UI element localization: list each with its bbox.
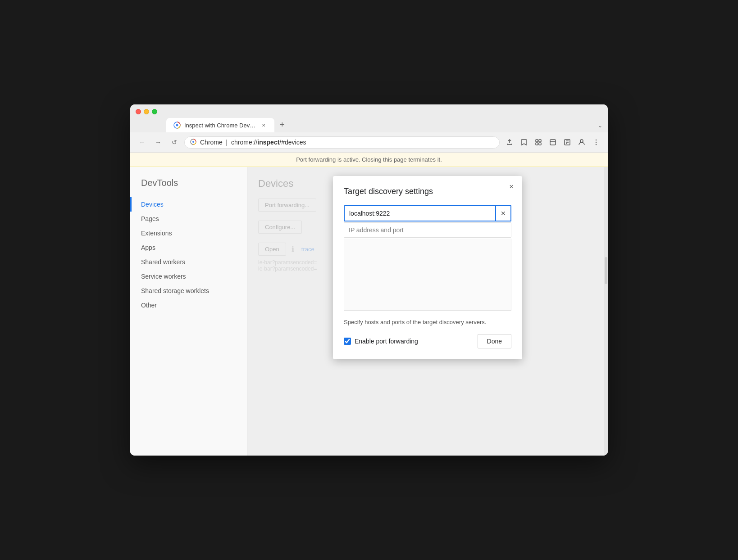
modal-overlay: × Target discovery settings ✕ [247,167,608,456]
tab-close-icon[interactable]: ✕ [260,122,267,129]
devtools-icon[interactable] [547,136,559,149]
browser-window: Inspect with Chrome Develope... ✕ + ⌄ ← … [130,104,608,456]
sidebar-item-shared-storage-worklets[interactable]: Shared storage worklets [130,284,247,298]
svg-rect-5 [539,140,541,142]
sidebar-item-other[interactable]: Other [130,298,247,312]
done-button[interactable]: Done [478,334,511,348]
input-clear-button[interactable]: ✕ [496,205,511,221]
more-menu-icon[interactable] [590,136,602,149]
minimize-button[interactable] [144,109,149,114]
maximize-button[interactable] [152,109,157,114]
address-bar: ← → ↺ Chrome | chrome://inspect/#devices [130,132,608,153]
extensions-icon[interactable] [532,136,545,149]
enable-forwarding-text: Enable port forwarding [355,338,418,345]
back-button[interactable]: ← [136,136,148,149]
reading-mode-icon[interactable] [561,136,574,149]
site-icon [190,139,196,146]
tab-overflow-icon[interactable]: ⌄ [592,119,608,132]
modal-hint: Specify hosts and ports of the target di… [344,318,511,327]
svg-rect-4 [536,140,538,142]
content-area: Devices Port forwarding... Configure... … [247,167,608,456]
address-input-wrapper[interactable]: Chrome | chrome://inspect/#devices [184,136,500,149]
svg-point-15 [596,140,597,140]
sidebar: DevTools Devices Pages Extensions Apps S… [130,167,247,456]
info-banner-text: Port forwarding is active. Closing this … [296,156,442,163]
sidebar-item-shared-workers[interactable]: Shared workers [130,255,247,269]
svg-rect-8 [550,140,556,145]
svg-rect-6 [536,143,538,145]
svg-point-3 [192,141,194,143]
enable-forwarding-checkbox[interactable] [344,338,351,345]
target-discovery-modal: × Target discovery settings ✕ [333,176,522,359]
modal-list-area [344,239,511,311]
enable-forwarding-label[interactable]: Enable port forwarding [344,338,472,345]
svg-point-1 [176,124,178,126]
svg-point-14 [580,140,583,142]
sidebar-item-devices[interactable]: Devices [130,197,247,212]
sidebar-title: DevTools [130,178,247,197]
modal-footer: Enable port forwarding Done [344,334,511,348]
forward-button[interactable]: → [152,136,164,149]
active-tab[interactable]: Inspect with Chrome Develope... ✕ [166,118,274,132]
sidebar-item-pages[interactable]: Pages [130,212,247,226]
main-content: DevTools Devices Pages Extensions Apps S… [130,167,608,456]
modal-input-row: ✕ [344,205,511,221]
tab-title: Inspect with Chrome Develope... [184,122,256,129]
sidebar-item-extensions[interactable]: Extensions [130,226,247,240]
sidebar-item-apps[interactable]: Apps [130,240,247,255]
toolbar-icons [503,136,602,149]
profile-icon[interactable] [575,136,588,149]
sidebar-item-service-workers[interactable]: Service workers [130,269,247,284]
new-tab-button[interactable]: + [274,117,290,132]
title-bar: Inspect with Chrome Develope... ✕ + ⌄ [130,104,608,132]
share-icon[interactable] [503,136,516,149]
modal-title: Target discovery settings [344,187,511,196]
tab-favicon [173,122,181,129]
address-text: Chrome | chrome://inspect/#devices [200,139,494,146]
traffic-lights [136,109,157,114]
svg-point-17 [596,144,597,145]
modal-close-button[interactable]: × [506,181,517,192]
bookmark-icon[interactable] [518,136,530,149]
discovery-host-input[interactable] [344,205,496,221]
reload-button[interactable]: ↺ [168,136,181,149]
tabs-row: Inspect with Chrome Develope... ✕ + ⌄ [130,114,608,132]
svg-point-16 [596,142,597,143]
close-button[interactable] [136,109,141,114]
modal-hint-text: Specify hosts and ports of the target di… [344,319,486,325]
info-banner: Port forwarding is active. Closing this … [130,153,608,167]
svg-rect-7 [539,143,541,145]
ip-port-input[interactable] [344,222,511,238]
url-bold-part: inspect [257,139,279,146]
placeholder-input-wrapper [344,222,511,239]
